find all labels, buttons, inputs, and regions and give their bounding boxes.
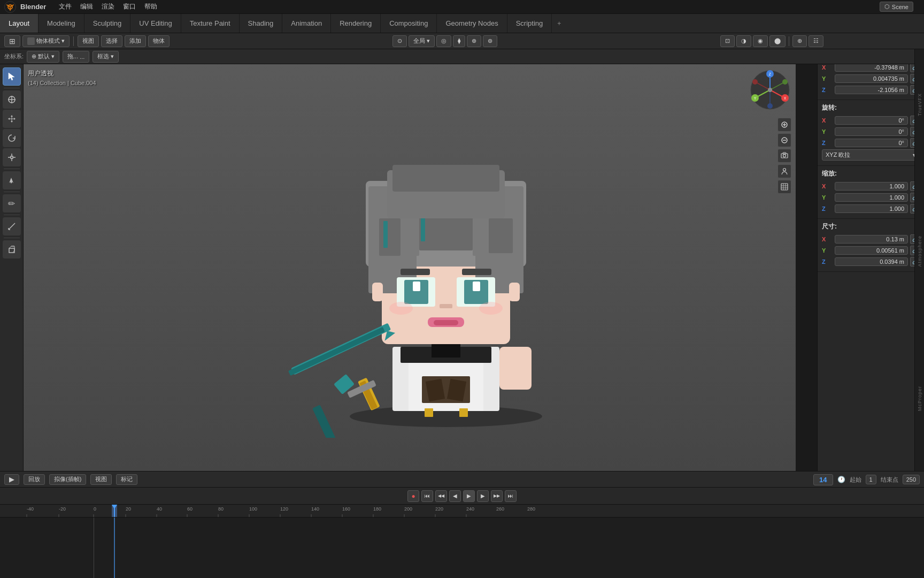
move-tool[interactable] — [3, 110, 21, 128]
tab-sculpting[interactable]: Sculpting — [84, 14, 130, 33]
menu-help[interactable]: 帮助 — [140, 1, 161, 12]
current-frame-display[interactable]: 14 — [813, 474, 833, 485]
snap-options[interactable]: ⧫ — [453, 35, 465, 47]
rot-y-value[interactable]: 0° — [835, 127, 908, 136]
svg-rect-57 — [509, 283, 520, 301]
dim-z-value[interactable]: 0.0394 m — [835, 257, 908, 266]
tab-geometry-nodes[interactable]: Geometry Nodes — [437, 14, 507, 33]
camera-btn[interactable] — [777, 149, 791, 163]
scale-x-label: X — [822, 183, 833, 189]
mirror-toggle[interactable]: ⊛ — [483, 35, 497, 47]
start-frame-input[interactable]: 1 — [866, 475, 876, 484]
timeline-track[interactable] — [0, 518, 924, 578]
scale-header: 缩放: — [822, 169, 920, 178]
prev-frame-btn[interactable]: ◀ — [449, 490, 461, 502]
coord-sys-selector[interactable]: ⊕ 默认 ▾ — [27, 51, 59, 63]
svg-rect-39 — [383, 221, 388, 248]
record-btn[interactable]: ● — [407, 490, 419, 502]
menu-edit[interactable]: 编辑 — [76, 1, 97, 12]
3d-viewport[interactable]: 用户透视 (14) Collection | Cube.004 — [24, 64, 796, 471]
interp-btn[interactable]: 拟像(插帧) — [49, 474, 86, 485]
cursor-tool[interactable] — [3, 90, 21, 109]
pos-x-value[interactable]: -0.37948 m — [835, 63, 908, 72]
jump-start-btn[interactable]: ⏮ — [421, 490, 433, 502]
zoom-out-btn[interactable] — [777, 133, 791, 147]
coord-toolbar: 坐标系: ⊕ 默认 ▾ 拖...... 框选▾ — [0, 49, 924, 64]
jump-end-btn[interactable]: ⏭ — [505, 490, 517, 502]
view-menu[interactable]: 视图 — [78, 35, 99, 47]
rot-x-value[interactable]: 0° — [835, 116, 908, 125]
grid-btn[interactable] — [777, 180, 791, 194]
play-btn[interactable]: ▶ — [463, 490, 475, 502]
tab-modeling[interactable]: Modeling — [38, 14, 84, 33]
add-menu[interactable]: 添加 — [125, 35, 146, 47]
scale-y-value[interactable]: 1.000 — [835, 193, 908, 202]
tool-sep-3 — [4, 192, 20, 192]
clock-icon-area: 🕐 — [837, 476, 845, 483]
svg-point-93 — [783, 169, 786, 171]
tab-animation[interactable]: Animation — [282, 14, 331, 33]
pos-z-value[interactable]: -2.1056 m — [835, 86, 908, 94]
tab-shading[interactable]: Shading — [240, 14, 283, 33]
annotate-tool[interactable]: ✏ — [3, 194, 21, 212]
measure-tool[interactable] — [3, 217, 21, 235]
menu-render[interactable]: 渲染 — [97, 1, 119, 12]
rot-z-value[interactable]: 0° — [835, 139, 908, 147]
select-tool[interactable] — [3, 67, 21, 86]
tab-compositing[interactable]: Compositing — [381, 14, 437, 33]
rotate-tool[interactable] — [3, 129, 21, 147]
prev-keyframe-btn[interactable]: ◀◀ — [435, 490, 447, 502]
scale-x-value[interactable]: 1.000 — [835, 182, 908, 191]
scale-z-value[interactable]: 1.000 — [835, 204, 908, 213]
proportional-edit[interactable]: ◎ — [436, 35, 451, 47]
person-btn[interactable] — [777, 164, 791, 178]
rot-mode-selector[interactable]: XYZ 欧拉 ▾ — [822, 149, 920, 161]
timeline-ruler[interactable]: -40 -20 0 20 40 60 80 100 120 140 160 18… — [0, 505, 924, 518]
overlay-toggle[interactable]: ⊕ — [792, 35, 807, 47]
zoom-in-btn[interactable] — [777, 118, 791, 132]
next-keyframe-btn[interactable]: ▶▶ — [491, 490, 503, 502]
next-frame-btn[interactable]: ▶ — [477, 490, 489, 502]
playback-btn[interactable]: 回放 — [24, 474, 45, 485]
tab-rendering[interactable]: Rendering — [331, 14, 381, 33]
transform-tool[interactable] — [3, 171, 21, 189]
select-menu[interactable]: 选择 — [101, 35, 122, 47]
dim-x-value[interactable]: 0.13 m — [835, 235, 908, 244]
global-selector[interactable]: 全局▾ — [409, 35, 435, 47]
transform-pivot[interactable]: ⊕ — [467, 35, 481, 47]
object-menu[interactable]: 物体 — [148, 35, 170, 47]
transform-selector[interactable]: 拖...... — [63, 51, 89, 63]
add-workspace-button[interactable]: + — [552, 14, 566, 33]
timeline-editor-type[interactable]: ▶ — [4, 474, 19, 485]
svg-rect-94 — [781, 184, 788, 190]
dim-x-row: X 0.13 m 🔗 — [822, 234, 920, 244]
svg-text:Y: Y — [754, 96, 757, 100]
marker-btn[interactable]: 标记 — [116, 474, 137, 485]
tab-texture-paint[interactable]: Texture Paint — [181, 14, 240, 33]
mode-selector[interactable]: 物体模式 ▾ — [22, 35, 70, 47]
menu-file[interactable]: 文件 — [55, 1, 76, 12]
tab-layout[interactable]: Layout — [0, 14, 38, 33]
dim-y-value[interactable]: 0.00561 m — [835, 246, 908, 255]
tab-scripting[interactable]: Scripting — [507, 14, 552, 33]
viewport-shading-wireframe[interactable]: ⊡ — [720, 35, 735, 47]
view-btn[interactable]: 视图 — [90, 474, 112, 485]
pos-y-value[interactable]: 0.004735 m — [835, 74, 908, 83]
viewport-gizmo[interactable]: Z X Y — [749, 69, 791, 111]
scale-tool[interactable] — [3, 148, 21, 166]
properties-panel: ▼ 变换 ⋮⋮ 位置: X -0.37948 m 🔗 Y 0.004735 m … — [817, 33, 924, 471]
editor-type-selector[interactable]: ⊞ — [4, 35, 20, 47]
tab-uv-editing[interactable]: UV Editing — [130, 14, 181, 33]
viewport-shading-material[interactable]: ◉ — [753, 35, 768, 47]
menu-window[interactable]: 窗口 — [119, 1, 140, 12]
end-frame-input[interactable]: 250 — [903, 475, 920, 484]
viewport-info: 用户透视 (14) Collection | Cube.004 — [28, 69, 96, 88]
gizmo-toggle[interactable]: ☷ — [808, 35, 823, 47]
scene-selector[interactable]: ⬡选项Scene — [880, 2, 913, 12]
snap-toggle[interactable]: ⊙ — [392, 35, 407, 47]
svg-rect-49 — [413, 282, 420, 291]
pivot-selector[interactable]: 框选▾ — [93, 51, 119, 63]
add-cube-tool[interactable] — [3, 240, 21, 258]
viewport-shading-solid[interactable]: ◑ — [736, 35, 751, 47]
viewport-shading-render[interactable]: ⬤ — [769, 35, 786, 47]
